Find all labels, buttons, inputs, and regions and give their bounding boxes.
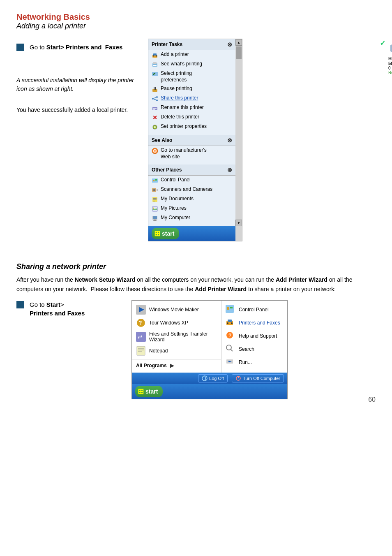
delete-printer-item[interactable]: ✕ Delete this printer <box>148 113 235 122</box>
printer-tasks-header: Printer Tasks ⊗ <box>148 39 235 50</box>
section2-paragraph: After you have run the Network Setup Wiz… <box>16 275 376 294</box>
my-pictures-label: My Pictures <box>161 205 232 212</box>
turn-off-button[interactable]: Turn Off Computer <box>232 374 284 382</box>
all-programs-item[interactable]: All Programs ▶ <box>132 361 221 370</box>
see-also-collapse-icon[interactable]: ⊗ <box>227 137 232 144</box>
scroll-down[interactable]: ▼ <box>235 220 242 226</box>
bullet-icon <box>16 44 24 51</box>
goto-manufacturer-label: Go to manufacturer'sWeb site <box>161 147 232 160</box>
goto-manufacturer-item[interactable]: Go to manufacturer'sWeb site <box>148 146 235 161</box>
see-printing-item[interactable]: See what's printing <box>148 60 235 69</box>
step1-text: Go to Start> Printers and Faxes <box>30 43 122 51</box>
page-title: Networking Basics <box>16 12 376 22</box>
italic-note: A successful installation will display t… <box>16 76 140 93</box>
pause-printing-label: Pause printing <box>161 86 232 92</box>
svg-rect-30 <box>157 189 158 191</box>
run-item[interactable]: Run... <box>221 356 287 369</box>
start-bar: ⊞ start <box>148 226 242 241</box>
search-item[interactable]: Search <box>221 343 287 356</box>
svg-line-14 <box>154 97 156 98</box>
search-label: Search <box>239 346 254 352</box>
page-number: 60 <box>368 396 376 403</box>
files-transfer-item[interactable]: ⇄ Files and Settings Transfer Wizard <box>132 329 221 344</box>
my-computer-item[interactable]: My Computer <box>148 213 235 223</box>
section2: Sharing a network printer After you have… <box>16 262 376 399</box>
add-printer-item[interactable]: Add a printer <box>148 50 235 60</box>
rename-printer-label: Rename this printer <box>161 104 232 111</box>
svg-rect-10 <box>155 87 156 90</box>
svg-rect-26 <box>155 179 157 181</box>
svg-rect-6 <box>153 65 157 66</box>
printer-ready-status: Ready <box>388 70 392 75</box>
svg-point-20 <box>154 126 156 128</box>
tour-label: Tour Windows XP <box>149 320 188 326</box>
windows-movie-maker-item[interactable]: Windows Movie Maker <box>132 303 221 316</box>
printers-faxes-item[interactable]: Printers and Faxes <box>221 316 287 329</box>
help-support-item[interactable]: ? Help and Support <box>221 329 287 343</box>
start-button-2[interactable]: ⊞ start <box>135 386 163 397</box>
printer-status-area: ✓ HP DeskJet 500 0 Ready <box>380 39 392 75</box>
pause-printing-item[interactable]: Pause printing <box>148 84 235 94</box>
scroll-up[interactable]: ▲ <box>235 39 242 46</box>
svg-rect-18 <box>153 109 155 110</box>
start-menu-right: Control Panel Printers and Faxes ? <box>221 301 287 373</box>
section2-title: Sharing a network printer <box>16 262 376 271</box>
set-props-icon <box>152 124 158 130</box>
set-props-label: Set printer properties <box>161 123 232 130</box>
printers-faxes-icon <box>226 318 235 328</box>
my-computer-icon <box>152 215 158 222</box>
my-pictures-item[interactable]: My Pictures <box>148 204 235 213</box>
scanners-cameras-item[interactable]: Scanners and Cameras <box>148 185 235 195</box>
printer-name: HP DeskJet 500 <box>388 56 392 66</box>
search-icon <box>226 344 235 354</box>
my-pictures-icon <box>152 206 158 212</box>
select-prefs-label: Select printingpreferences <box>161 70 232 83</box>
svg-text:?: ? <box>228 333 231 338</box>
scrollbar[interactable]: ▲ <box>235 39 242 241</box>
svg-rect-58 <box>227 307 229 310</box>
start-button[interactable]: ⊞ start <box>152 228 179 239</box>
share-printer-label[interactable]: Share this printer <box>161 95 232 102</box>
section2-bullet: Go to Start>Printers and Faxes <box>16 300 123 317</box>
pause-icon <box>152 86 158 93</box>
share-printer-item[interactable]: Share this printer <box>148 94 235 103</box>
start-label: start <box>162 230 174 237</box>
my-documents-item[interactable]: My Documents <box>148 195 235 204</box>
other-places-header: Other Places ⊗ <box>148 164 235 176</box>
scanners-cameras-icon <box>152 187 158 193</box>
control-panel-right-item[interactable]: Control Panel <box>221 303 287 316</box>
svg-point-12 <box>156 96 158 98</box>
svg-point-13 <box>156 100 158 101</box>
svg-line-15 <box>154 99 156 100</box>
svg-rect-32 <box>153 198 157 199</box>
help-icon: ? <box>226 331 235 341</box>
control-panel-right-icon <box>226 305 235 315</box>
start-logo: ⊞ <box>154 229 160 238</box>
printer-doc-count: 0 <box>388 66 392 70</box>
svg-rect-1 <box>153 53 157 56</box>
start-menu-divider <box>132 359 221 359</box>
svg-rect-38 <box>153 216 157 219</box>
notepad-icon <box>136 346 146 356</box>
notepad-label: Notepad <box>149 348 168 354</box>
log-off-button[interactable]: Log Off <box>198 374 228 382</box>
control-panel-item[interactable]: Control Panel <box>148 176 235 185</box>
page-subtitle: Adding a local printer <box>16 22 376 30</box>
other-places-collapse-icon[interactable]: ⊗ <box>227 167 232 173</box>
start-menu-body: Windows Movie Maker ? Tour Windows XP <box>132 301 287 373</box>
select-prefs-item[interactable]: Select printingpreferences <box>148 69 235 84</box>
start-bar-2: ⊞ start <box>132 384 287 399</box>
scroll-thumb[interactable] <box>236 46 242 59</box>
tour-xp-item[interactable]: ? Tour Windows XP <box>132 316 221 329</box>
rename-printer-item[interactable]: Rename this printer <box>148 103 235 113</box>
hp-printer-icon <box>388 39 392 55</box>
delete-printer-label: Delete this printer <box>161 114 232 120</box>
svg-point-11 <box>152 98 154 100</box>
checkmark-icon: ✓ <box>380 39 386 48</box>
notepad-item[interactable]: Notepad <box>132 344 221 357</box>
svg-rect-9 <box>154 87 154 90</box>
collapse-icon[interactable]: ⊗ <box>227 41 232 48</box>
set-props-item[interactable]: Set printer properties <box>148 122 235 132</box>
svg-rect-59 <box>230 307 233 308</box>
transfer-label: Files and Settings Transfer Wizard <box>149 331 217 343</box>
